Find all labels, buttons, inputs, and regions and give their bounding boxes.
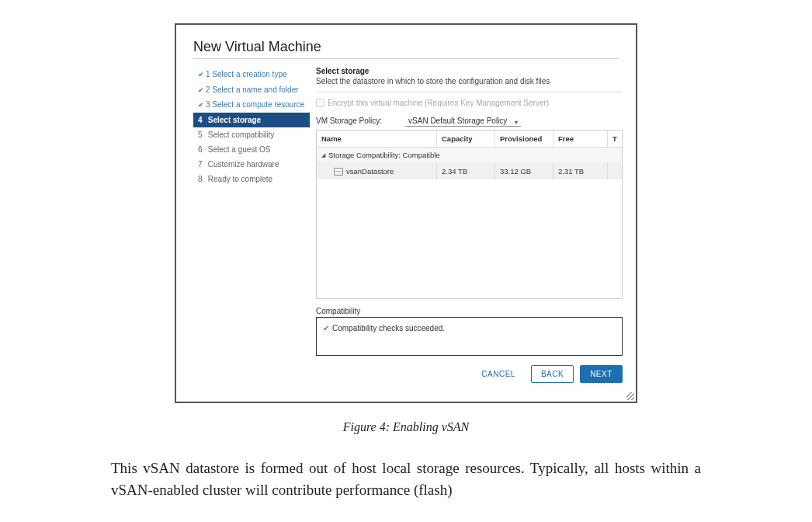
step-label: Select a compute resource	[212, 100, 304, 109]
encrypt-row[interactable]: Encrypt this virtual machine (Requires K…	[316, 99, 623, 107]
col-capacity[interactable]: Capacity	[437, 130, 495, 147]
step-num: 4	[198, 115, 206, 125]
table-header: Name Capacity Provisioned Free T	[317, 130, 622, 148]
step-num: 3	[206, 100, 210, 109]
main-subheading: Select the datastore in which to store t…	[316, 77, 623, 85]
step-label: Select compatibility	[208, 130, 275, 139]
step-num: 1	[206, 70, 210, 78]
compatibility-box: ✔Compatibility checks succeeded.	[316, 317, 623, 356]
step-num: 6	[198, 144, 206, 155]
step-label: Customize hardware	[208, 160, 279, 169]
cell-capacity: 2.34 TB	[437, 163, 495, 179]
storage-policy-row: VM Storage Policy: vSAN Default Storage …	[316, 117, 623, 125]
storage-policy-select[interactable]: vSAN Default Storage Policy ▾	[405, 117, 521, 125]
dialog: New Virtual Machine ✔1 Select a creation…	[175, 23, 637, 403]
back-button[interactable]: BACK	[531, 365, 574, 383]
title-divider	[193, 58, 619, 59]
compatibility-heading: Compatibility	[316, 307, 623, 315]
cell-provisioned: 33.12 GB	[495, 163, 553, 179]
wizard-step-compatibility: 5 Select compatibility	[193, 127, 310, 142]
storage-policy-value: vSAN Default Storage Policy	[405, 116, 521, 127]
encrypt-checkbox[interactable]	[316, 99, 324, 107]
wizard-step-name-folder[interactable]: ✔2 Select a name and folder	[193, 82, 310, 98]
caret-down-icon: ◢	[321, 152, 325, 158]
wizard-step-ready: 8 Ready to complete	[193, 172, 310, 186]
wizard-step-storage[interactable]: 4 Select storage	[193, 113, 310, 127]
storage-policy-label: VM Storage Policy:	[316, 117, 382, 125]
col-provisioned[interactable]: Provisioned	[495, 130, 553, 147]
col-free[interactable]: Free	[553, 130, 608, 147]
step-label: Ready to complete	[208, 175, 272, 183]
step-num: 2	[206, 85, 210, 94]
col-extra[interactable]: T	[608, 130, 622, 147]
figure-caption: Figure 4: Enabling vSAN	[0, 420, 812, 434]
main-pane: Select storage Select the datastore in w…	[310, 67, 623, 383]
storage-compat-group[interactable]: ◢ Storage Compatibility: Compatible	[317, 148, 622, 163]
wizard-step-guest-os: 6 Select a guest OS	[193, 142, 310, 157]
table-body: ◢ Storage Compatibility: Compatible vsan…	[317, 148, 622, 298]
button-row: CANCEL BACK NEXT	[316, 365, 623, 383]
check-icon: ✔	[198, 71, 206, 80]
page-root: New Virtual Machine ✔1 Select a creation…	[0, 0, 812, 522]
main-heading: Select storage	[316, 67, 623, 75]
resize-grip-icon[interactable]	[626, 392, 634, 400]
dialog-inner: New Virtual Machine ✔1 Select a creation…	[176, 25, 636, 394]
cancel-button[interactable]: CANCEL	[472, 366, 525, 382]
check-icon: ✔	[323, 324, 329, 332]
wizard-step-customize-hw: 7 Customize hardware	[193, 157, 310, 172]
main-divider	[316, 92, 623, 92]
datastore-name: vsanDatastore	[346, 167, 394, 176]
cell-free: 2.31 TB	[553, 163, 608, 179]
wizard-step-creation-type[interactable]: ✔1 Select a creation type	[193, 67, 310, 82]
step-num: 5	[198, 130, 206, 140]
col-name[interactable]: Name	[317, 130, 437, 147]
datastore-table: Name Capacity Provisioned Free T ◢ Stora…	[316, 130, 623, 299]
cell-extra	[608, 163, 622, 179]
step-label: Select storage	[208, 116, 261, 124]
next-button[interactable]: NEXT	[580, 365, 623, 383]
step-label: Select a name and folder	[212, 85, 298, 94]
group-label: Storage Compatibility: Compatible	[328, 151, 440, 159]
step-num: 7	[198, 159, 206, 169]
wizard-step-compute-resource[interactable]: ✔3 Select a compute resource	[193, 97, 310, 113]
body-paragraph: This vSAN datastore is formed out of hos…	[111, 458, 701, 500]
table-row[interactable]: vsanDatastore 2.34 TB 33.12 GB 2.31 TB	[317, 163, 622, 179]
encrypt-label: Encrypt this virtual machine (Requires K…	[328, 99, 549, 107]
datastore-icon	[334, 168, 343, 176]
dialog-title: New Virtual Machine	[193, 39, 619, 55]
wizard-nav: ✔1 Select a creation type ✔2 Select a na…	[193, 67, 310, 383]
compatibility-message: Compatibility checks succeeded.	[332, 324, 445, 332]
check-icon: ✔	[198, 86, 206, 96]
check-icon: ✔	[198, 101, 206, 110]
dialog-body: ✔1 Select a creation type ✔2 Select a na…	[193, 67, 619, 383]
step-label: Select a creation type	[212, 70, 286, 78]
resize-area	[176, 394, 636, 402]
step-num: 8	[198, 174, 206, 184]
step-label: Select a guest OS	[208, 145, 271, 154]
